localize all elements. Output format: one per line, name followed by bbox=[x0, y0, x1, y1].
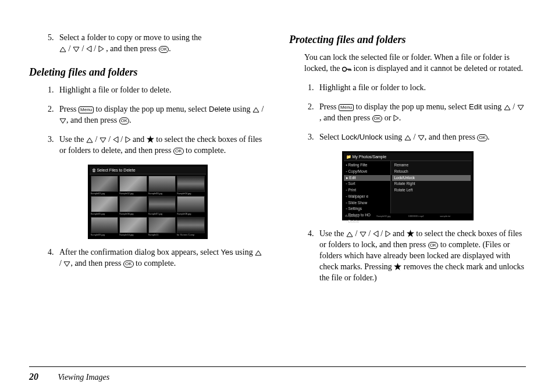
menu-item-selected: ▸ Edit bbox=[344, 175, 390, 181]
text: , and then press bbox=[106, 44, 159, 53]
svg-marker-5 bbox=[60, 119, 66, 123]
heading-deleting: Deleting files and folders bbox=[29, 65, 266, 79]
text: and bbox=[393, 229, 407, 238]
text: , and then press bbox=[319, 113, 372, 122]
svg-marker-25 bbox=[386, 231, 390, 237]
text: using bbox=[383, 133, 404, 141]
up-icon bbox=[86, 137, 93, 143]
right-icon bbox=[98, 45, 104, 52]
down-icon bbox=[59, 118, 66, 124]
ok-icon: OK bbox=[173, 148, 184, 155]
down-icon bbox=[517, 105, 524, 111]
submenu-item: Retouch bbox=[392, 169, 471, 175]
ss1-title: 🗑 Select Files to Delete bbox=[90, 166, 206, 174]
svg-marker-3 bbox=[99, 46, 104, 52]
text: Select a folder to copy or move to using… bbox=[59, 33, 202, 42]
svg-marker-2 bbox=[87, 46, 91, 52]
menu-item: ▫ Settings bbox=[344, 206, 390, 212]
protect-step-2: Press Menu to display the pop up menu, s… bbox=[316, 102, 526, 124]
svg-point-13 bbox=[342, 67, 346, 72]
page-footer: 20 Viewing Images bbox=[29, 366, 526, 383]
svg-marker-4 bbox=[253, 108, 259, 112]
svg-marker-23 bbox=[360, 232, 366, 237]
down-icon bbox=[418, 135, 425, 141]
text: Use the bbox=[319, 229, 346, 238]
ui-lock-unlock: Lock/Unlock bbox=[341, 133, 383, 141]
ui-edit: Edit bbox=[469, 102, 482, 111]
page-number: 20 bbox=[29, 372, 38, 382]
ss2-title: 📁 My Photos/Sample bbox=[344, 153, 472, 161]
protect-step-3: Select Lock/Unlock using / , and then pr… bbox=[316, 132, 526, 143]
text: Use the bbox=[59, 135, 86, 144]
protect-step-4: Use the / / / and to select the check bo… bbox=[316, 229, 526, 283]
ui-delete: Delete bbox=[209, 105, 231, 113]
svg-marker-27 bbox=[394, 263, 401, 270]
text: and bbox=[133, 135, 147, 144]
ok-icon: OK bbox=[123, 261, 134, 268]
down-icon bbox=[63, 261, 70, 267]
menu-item: ▫ Wallpaper e bbox=[344, 194, 390, 200]
submenu-item: Rename bbox=[392, 162, 471, 169]
left-icon bbox=[86, 45, 92, 52]
menu-icon: Menu bbox=[339, 104, 354, 111]
heading-protecting: Protecting files and folders bbox=[289, 33, 526, 47]
down-icon bbox=[99, 137, 106, 143]
menu-item: ▫ Sort bbox=[344, 181, 390, 187]
up-icon bbox=[504, 105, 511, 111]
ok-icon: OK bbox=[477, 134, 488, 141]
right-icon bbox=[385, 230, 391, 237]
screenshot-edit-menu: 📁 My Photos/Sample ▪ Rating Filte ▫ Copy… bbox=[342, 151, 474, 221]
menu-item: ▪ Rating Filte bbox=[344, 162, 390, 169]
menu-item: ▫ Slide Show bbox=[344, 200, 390, 206]
svg-marker-0 bbox=[60, 47, 66, 52]
svg-marker-20 bbox=[405, 136, 411, 140]
delete-step-1: Highlight a file or folder to delete. bbox=[56, 85, 266, 96]
star-icon bbox=[147, 136, 154, 143]
ss2-main-menu: ▪ Rating Filte ▫ Copy/Move ▸ Edit ▫ Sort… bbox=[344, 161, 391, 213]
delete-steps-cont: After the confirmation dialog box appear… bbox=[44, 247, 266, 269]
protect-steps-cont: Use the / / / and to select the check bo… bbox=[304, 229, 526, 283]
ss2-sub-menu: Rename Retouch Lock/Unlock Rotate Right … bbox=[391, 161, 472, 213]
up-icon bbox=[255, 250, 262, 256]
svg-marker-9 bbox=[126, 137, 130, 142]
up-icon bbox=[252, 107, 259, 113]
right-icon bbox=[125, 136, 131, 143]
ok-icon: OK bbox=[119, 117, 130, 124]
submenu-item: Rotate Right bbox=[392, 181, 471, 187]
text: After the confirmation dialog box appear… bbox=[59, 248, 221, 256]
delete-step-2: Press Menu to display the pop up menu, s… bbox=[56, 104, 266, 126]
left-icon bbox=[373, 230, 379, 237]
down-icon bbox=[73, 47, 80, 52]
delete-step-4: After the confirmation dialog box appear… bbox=[56, 247, 266, 269]
text: Press bbox=[59, 105, 79, 113]
text: Press bbox=[319, 102, 339, 111]
submenu-item: Rotate Left bbox=[392, 187, 471, 194]
right-column: Protecting files and folders You can loc… bbox=[289, 33, 526, 349]
text: Select Files to Delete bbox=[97, 168, 135, 172]
step-5: Select a folder to copy or move to using… bbox=[56, 33, 266, 55]
ok-icon: OK bbox=[372, 115, 383, 122]
svg-marker-11 bbox=[255, 251, 261, 255]
protect-steps: Highlight a file or folder to lock. Pres… bbox=[304, 83, 526, 143]
ok-icon: OK bbox=[428, 242, 439, 249]
ok-icon: OK bbox=[159, 46, 169, 53]
protect-step-1: Highlight a file or folder to lock. bbox=[316, 83, 526, 94]
text: icon is displayed and it cannot be delet… bbox=[353, 64, 523, 73]
delete-steps: Highlight a file or folder to delete. Pr… bbox=[44, 85, 266, 156]
menu-icon: Menu bbox=[79, 106, 94, 113]
footer-title: Viewing Images bbox=[58, 373, 110, 382]
svg-marker-1 bbox=[73, 47, 79, 52]
text: Select bbox=[319, 133, 341, 141]
text: , and then press bbox=[70, 259, 123, 268]
text: using bbox=[231, 105, 252, 113]
submenu-item-selected: Lock/Unlock bbox=[392, 175, 471, 181]
svg-marker-6 bbox=[87, 138, 92, 142]
left-icon bbox=[113, 136, 119, 143]
left-column: Select a folder to copy or move to using… bbox=[29, 33, 266, 349]
down-icon bbox=[360, 231, 367, 237]
menu-item: ▫ Delete bbox=[344, 219, 390, 225]
text: , and then press bbox=[66, 116, 119, 124]
text: or bbox=[382, 113, 393, 122]
continuation-list: Select a folder to copy or move to using… bbox=[44, 33, 266, 55]
svg-marker-21 bbox=[418, 136, 424, 140]
